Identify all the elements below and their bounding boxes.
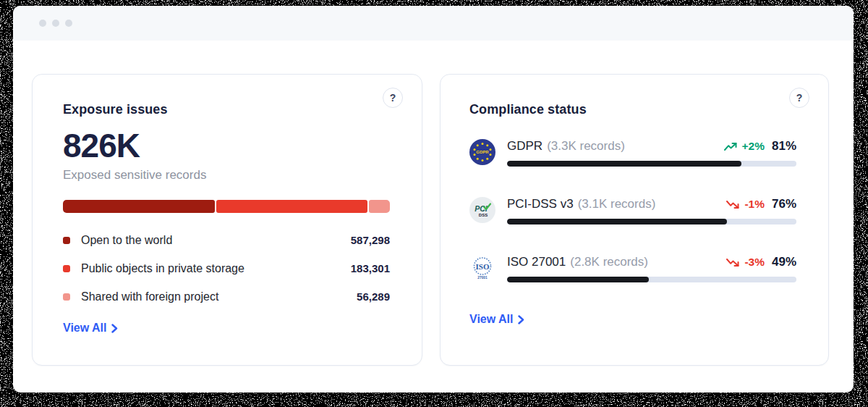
view-all-label: View All <box>63 322 106 335</box>
bar-segment-public-objects <box>216 200 367 213</box>
trend-down-icon <box>726 258 740 267</box>
compliance-row-iso-27001: ISO 27001 ISO 27001 (2.8K records) <box>469 255 796 282</box>
legend-bullet-icon <box>63 293 70 301</box>
progress-bar-fill <box>507 219 727 225</box>
legend-label: Open to the world <box>81 234 351 247</box>
exposure-stacked-bar <box>63 200 390 213</box>
window-control-dot[interactable] <box>65 20 72 27</box>
trend-delta: -3% <box>744 256 765 269</box>
legend-bullet-icon <box>63 265 70 272</box>
compliance-name: ISO 27001 <box>507 255 566 269</box>
pci-dss-check-badge-icon: PCI DSS <box>469 197 495 223</box>
legend-row: Public objects in private storage 183,30… <box>63 254 390 282</box>
app-window: ? Exposure issues 826K Exposed sensitive… <box>13 6 854 393</box>
exposed-records-metric: 826K <box>63 129 390 162</box>
legend-value: 56,289 <box>357 290 390 303</box>
progress-bar <box>507 161 796 167</box>
compliance-records: (3.1K records) <box>578 197 656 211</box>
progress-bar-fill <box>507 277 649 282</box>
compliance-name: GDPR <box>507 139 542 154</box>
view-all-link[interactable]: View All <box>63 322 118 335</box>
card-title: Compliance status <box>469 102 796 117</box>
help-icon[interactable]: ? <box>383 88 403 108</box>
view-all-link[interactable]: View All <box>469 313 524 326</box>
progress-bar-fill <box>507 161 741 167</box>
trend-up-icon <box>724 142 738 151</box>
window-control-dot[interactable] <box>52 20 59 27</box>
legend-row: Open to the world 587,298 <box>63 226 390 254</box>
legend-value: 183,301 <box>351 262 390 274</box>
compliance-percent: 49% <box>772 255 796 269</box>
legend-value: 587,298 <box>351 234 390 246</box>
chevron-right-icon <box>518 315 524 324</box>
legend-label: Public objects in private storage <box>81 262 351 275</box>
svg-text:ISO: ISO <box>476 262 490 271</box>
dashboard-content: ? Exposure issues 826K Exposed sensitive… <box>13 41 854 366</box>
window-titlebar <box>13 6 854 41</box>
legend-bullet-icon <box>63 237 70 244</box>
iso-27001-badge-icon: ISO 27001 <box>469 255 495 281</box>
chevron-right-icon <box>111 324 118 333</box>
compliance-percent: 81% <box>772 139 796 154</box>
metric-caption: Exposed sensitive records <box>63 168 390 182</box>
bar-segment-shared-foreign <box>369 200 390 213</box>
svg-text:GDPR: GDPR <box>476 150 489 154</box>
bar-segment-open-to-world <box>63 200 215 213</box>
compliance-percent: 76% <box>772 197 796 211</box>
progress-bar <box>507 219 796 225</box>
progress-bar <box>507 277 796 282</box>
card-title: Exposure issues <box>63 102 390 117</box>
svg-text:27001: 27001 <box>477 276 488 280</box>
trend-delta: +2% <box>742 140 765 153</box>
compliance-row-pci-dss: PCI DSS PCI-DSS v3 (3.1K records) <box>469 197 796 225</box>
gdpr-eu-stars-badge-icon: GDPR <box>469 139 495 165</box>
exposure-issues-card: ? Exposure issues 826K Exposed sensitive… <box>32 74 422 366</box>
compliance-status-card: ? Compliance status GDPR <box>440 74 829 366</box>
compliance-records: (3.3K records) <box>547 139 625 154</box>
trend-down-icon <box>726 200 740 209</box>
legend-label: Shared with foreign project <box>81 290 357 303</box>
compliance-list: GDPR GDPR (3.3K records) <box>469 139 796 282</box>
help-icon[interactable]: ? <box>789 88 809 108</box>
compliance-records: (2.8K records) <box>570 255 648 269</box>
legend-row: Shared with foreign project 56,289 <box>63 282 390 311</box>
window-control-dot[interactable] <box>39 20 46 27</box>
compliance-name: PCI-DSS v3 <box>507 197 574 211</box>
view-all-label: View All <box>469 313 513 326</box>
compliance-row-gdpr: GDPR GDPR (3.3K records) <box>469 139 796 167</box>
exposure-legend: Open to the world 587,298 Public objects… <box>63 226 390 311</box>
trend-delta: -1% <box>744 198 765 211</box>
svg-text:DSS: DSS <box>479 213 488 217</box>
